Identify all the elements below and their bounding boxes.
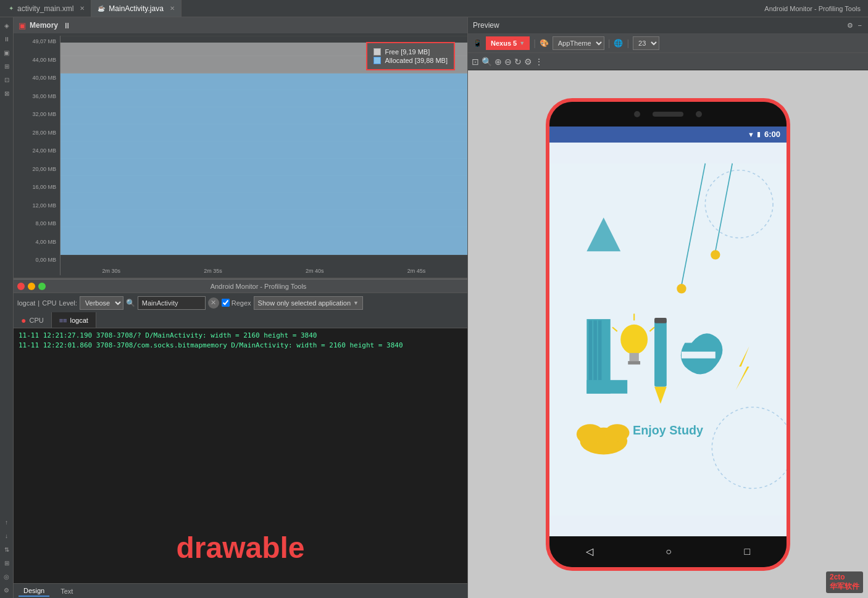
xml-icon: ✦ [9, 5, 14, 12]
level-select[interactable]: Verbose Debug Info Warn Error [80, 296, 123, 310]
theme-select[interactable]: AppTheme [553, 36, 604, 50]
clear-search-button[interactable]: ✕ [208, 297, 219, 309]
recents-nav-button[interactable]: □ [745, 546, 751, 557]
phone-mockup: ▼ ▮ 6:00 [548, 100, 788, 569]
api-select[interactable]: 23 [633, 36, 659, 50]
bottom-tab-design[interactable]: Design [19, 586, 49, 597]
show-only-label: Show only selected application [258, 299, 351, 307]
sep3: | [627, 38, 629, 48]
phone-screen: ▼ ▮ 6:00 [549, 127, 787, 536]
logcat-tab-icon: ≡≡ [59, 317, 67, 324]
more-icon[interactable]: ⋮ [535, 57, 543, 67]
zoom-fit-icon[interactable]: ⊡ [472, 57, 479, 67]
svg-rect-15 [549, 163, 787, 515]
memory-title: Memory [30, 21, 58, 30]
sidebar-icon-2[interactable]: ⊞ [1, 60, 12, 72]
pipe-separator: | [38, 299, 40, 307]
svg-point-28 [620, 324, 648, 354]
drawable-text: drawable [176, 531, 304, 565]
y-label-4: 32,00 MB [32, 111, 56, 117]
regex-checkbox[interactable] [222, 299, 230, 307]
left-panel: ▣ Memory ⏸ 49,07 MB 44,00 MB 40,00 MB 36… [14, 17, 467, 598]
preview-device-toolbar: 📱 Nexus 5 ▼ | 🎨 AppTheme | 🌐 | 23 [468, 33, 868, 53]
min-dot[interactable] [28, 283, 35, 290]
chart-area: Free [9,19 MB] Allocated [39,88 MB] 2m 3… [60, 36, 467, 275]
log-content: 11-11 12:21:27.190 3708-3708/? D/MainAct… [14, 328, 467, 583]
svg-point-41 [605, 424, 629, 442]
device-name: Nexus 5 [491, 39, 517, 47]
x-label-1: 2m 35s [204, 268, 222, 274]
search-input[interactable] [138, 296, 206, 310]
device-dropdown-arrow: ▼ [519, 40, 525, 46]
sidebar-icon-memory[interactable]: ◈ [1, 20, 12, 31]
cpu-icon: ● [21, 315, 26, 325]
legend-allocated-color [373, 57, 381, 64]
sidebar-icon-3[interactable]: ⊡ [1, 74, 12, 85]
tab-bar: ✦ activity_main.xml ✕ ☕ MainActivity.jav… [0, 0, 868, 17]
bottom-tab-text[interactable]: Text [56, 586, 78, 596]
zoom-out-icon[interactable]: ⊖ [504, 57, 512, 67]
y-label-6: 24,00 MB [32, 147, 56, 154]
close-dot[interactable] [17, 283, 25, 290]
battery-icon: ▮ [757, 130, 761, 138]
back-nav-button[interactable]: ◁ [586, 546, 593, 557]
show-only-button[interactable]: Show only selected application ▼ [254, 296, 363, 310]
sep2: | [608, 38, 611, 48]
status-bar: ▼ ▮ 6:00 [549, 127, 787, 143]
sidebar-icon-5[interactable]: ⇅ [1, 544, 12, 555]
home-nav-button[interactable]: ○ [666, 546, 672, 557]
phone-camera-2 [696, 111, 702, 117]
max-dot[interactable] [38, 283, 46, 290]
minimize-icon[interactable]: − [857, 20, 863, 31]
pause-button[interactable]: ⏸ [62, 21, 72, 30]
y-label-7: 20,00 MB [32, 166, 56, 172]
zoom-in-icon-1[interactable]: 🔍 [482, 57, 492, 67]
memory-chart-svg [61, 36, 467, 275]
preview-header: Preview ⚙ − [468, 17, 868, 33]
sidebar-icon-1[interactable]: ▣ [1, 47, 12, 58]
y-label-12: 0,00 MB [35, 257, 56, 263]
show-only-dropdown-arrow: ▼ [353, 300, 359, 306]
zoom-in-icon-2[interactable]: ⊕ [495, 57, 502, 67]
sidebar-icon-down2[interactable]: ↓ [1, 530, 12, 541]
main-area: ◈ ⏸ ▣ ⊞ ⊡ ⊠ ↑ ↓ ⇅ ⊞ ◎ ⚙ ▣ Memory ⏸ 49,07… [0, 17, 868, 598]
sidebar-icon-7[interactable]: ◎ [1, 571, 12, 582]
legend-allocated: Allocated [39,88 MB] [373, 57, 448, 64]
sidebar-icon-down1[interactable]: ↑ [1, 517, 12, 528]
sidebar-icon-gear[interactable]: ⚙ [1, 584, 12, 596]
status-icons: ▼ ▮ [748, 130, 761, 138]
y-label-9: 12,00 MB [32, 202, 56, 209]
svg-rect-37 [682, 351, 716, 358]
legend-free-color [373, 48, 381, 56]
tab-xml[interactable]: ✦ activity_main.xml ✕ [2, 0, 91, 17]
svg-rect-30 [628, 361, 640, 364]
tab-java-label: MainActivity.java [109, 4, 163, 13]
preview-canvas: ▼ ▮ 6:00 [468, 70, 868, 598]
tab-java[interactable]: ☕ MainActivity.java ✕ [91, 0, 181, 17]
refresh-icon[interactable]: ↻ [514, 57, 522, 67]
svg-rect-36 [654, 317, 667, 323]
sidebar-icon-6[interactable]: ⊞ [1, 557, 12, 568]
monitor-bar-title: Android Monitor - Profiling Tools [49, 283, 467, 290]
device-selector-button[interactable]: Nexus 5 ▼ [486, 36, 530, 50]
legend-free: Free [9,19 MB] [373, 48, 448, 56]
settings-icon[interactable]: ⚙ [846, 20, 854, 31]
sidebar-icon-pause[interactable]: ⏸ [1, 33, 12, 44]
preview-title: Preview [473, 21, 499, 30]
phone-bottom-bar: ◁ ○ □ [549, 536, 787, 567]
y-label-10: 8,00 MB [35, 220, 56, 226]
tab-logcat[interactable]: ≡≡ logcat [52, 312, 96, 328]
java-icon: ☕ [98, 5, 105, 12]
tab-xml-close[interactable]: ✕ [80, 5, 85, 12]
tab-cpu[interactable]: ● CPU [14, 312, 52, 328]
locale-icon: 🌐 [614, 39, 623, 48]
x-axis: 2m 30s 2m 35s 2m 40s 2m 45s [61, 268, 467, 274]
y-label-8: 16,00 MB [32, 184, 56, 190]
phone-top-bar [549, 102, 787, 127]
tab-java-close[interactable]: ✕ [170, 5, 175, 12]
x-label-0: 2m 30s [102, 268, 121, 274]
preview-zoom-bar: ⊡ 🔍 ⊕ ⊖ ↻ ⚙ ⋮ [468, 53, 868, 70]
sidebar-icon-4[interactable]: ⊠ [1, 88, 12, 99]
settings-icon-2[interactable]: ⚙ [524, 57, 532, 67]
svg-rect-34 [654, 319, 667, 387]
